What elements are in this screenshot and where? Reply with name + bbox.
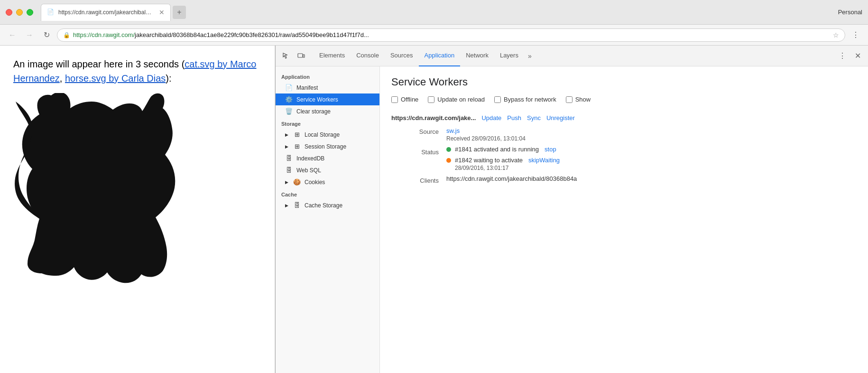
push-link[interactable]: Push <box>507 114 521 121</box>
inspect-element-button[interactable] <box>279 49 293 63</box>
tab-favicon-icon: 📄 <box>47 9 55 16</box>
page-left: An image will appear here in 3 seconds (… <box>0 46 275 373</box>
more-tabs-button[interactable]: » <box>524 52 536 60</box>
status-dot-green <box>446 147 451 152</box>
traffic-lights <box>6 9 33 16</box>
update-on-reload-checkbox-label[interactable]: Update on reload <box>428 96 485 103</box>
page-text-before: An image will appear here in 3 seconds ( <box>13 59 185 69</box>
browser-tab[interactable]: 📄 https://cdn.rawgit.com/jakearchibald/8… <box>41 4 171 21</box>
main-title: Service Workers <box>391 76 857 88</box>
unregister-link[interactable]: Unregister <box>546 114 575 121</box>
sidebar-item-local-storage[interactable]: ▶ ⊞ Local Storage <box>276 129 379 140</box>
indexeddb-icon: 🗄 <box>285 155 293 162</box>
cache-storage-label: Cache Storage <box>305 202 342 209</box>
url-display-text: https://cdn.rawgit.com/jakearchibald/803… <box>73 31 830 38</box>
source-file-link[interactable]: sw.js <box>446 127 460 134</box>
skip-waiting-link[interactable]: skipWaiting <box>528 157 560 164</box>
maximize-button[interactable] <box>27 9 33 16</box>
tab-application[interactable]: Application <box>419 46 461 66</box>
update-on-reload-checkbox[interactable] <box>428 96 434 103</box>
sidebar-item-web-sql[interactable]: 🗄 Web SQL <box>276 164 379 176</box>
status-text-1842: #1842 waiting to activate <box>455 157 523 164</box>
status-label: Status <box>395 146 443 171</box>
tab-sources[interactable]: Sources <box>385 46 419 66</box>
stop-link[interactable]: stop <box>545 146 556 153</box>
sidebar-item-clear-storage[interactable]: 🗑️ Clear storage <box>276 105 379 117</box>
status-value: #1841 activated and is running stop #184… <box>446 146 857 171</box>
new-tab-button[interactable]: + <box>173 6 186 19</box>
indexeddb-label: IndexedDB <box>296 155 324 162</box>
service-workers-icon: ⚙️ <box>285 96 293 103</box>
show-label: Show <box>575 96 591 103</box>
cache-storage-icon: 🗄 <box>293 202 301 209</box>
local-storage-expand-icon: ▶ <box>285 132 288 137</box>
devtools-body: Application 📄 Manifest ⚙️ Service Worker… <box>276 66 868 373</box>
update-link[interactable]: Update <box>481 114 501 121</box>
cookies-expand-icon: ▶ <box>285 180 288 185</box>
sidebar-item-cookies[interactable]: ▶ 🍪 Cookies <box>276 176 379 188</box>
status-dot-orange <box>446 158 451 163</box>
sync-link[interactable]: Sync <box>527 114 541 121</box>
forward-button[interactable]: → <box>23 28 36 42</box>
sidebar-item-service-workers[interactable]: ⚙️ Service Workers <box>276 93 379 105</box>
local-storage-label: Local Storage <box>305 131 340 138</box>
sidebar-item-manifest[interactable]: 📄 Manifest <box>276 82 379 93</box>
bypass-for-network-checkbox[interactable] <box>494 96 501 103</box>
devtools-toolbar: Elements Console Sources Application Net… <box>276 46 868 66</box>
tab-elements[interactable]: Elements <box>314 46 351 66</box>
bypass-for-network-checkbox-label[interactable]: Bypass for network <box>494 96 556 103</box>
secure-icon: 🔒 <box>63 32 70 38</box>
offline-checkbox[interactable] <box>391 96 398 103</box>
sidebar-item-session-storage[interactable]: ▶ ⊞ Session Storage <box>276 140 379 152</box>
title-bar: 📄 https://cdn.rawgit.com/jakearchibald/8… <box>0 0 868 25</box>
received-timestamp: Received 28/09/2016, 13:01:04 <box>446 135 857 142</box>
url-bar[interactable]: 🔒 https://cdn.rawgit.com/jakearchibald/8… <box>57 28 845 42</box>
page-content: An image will appear here in 3 seconds (… <box>0 46 868 373</box>
back-button[interactable]: ← <box>6 28 19 42</box>
tab-url-text: https://cdn.rawgit.com/jakearchibald/803… <box>58 9 153 16</box>
show-checkbox[interactable] <box>566 96 573 103</box>
devtools-panel: Elements Console Sources Application Net… <box>275 46 868 373</box>
bookmark-icon[interactable]: ☆ <box>833 31 839 39</box>
tab-network[interactable]: Network <box>460 46 494 66</box>
devtools-main: Service Workers Offline Update on reload <box>380 66 868 373</box>
browser-window: 📄 https://cdn.rawgit.com/jakearchibald/8… <box>0 0 868 373</box>
bypass-for-network-label: Bypass for network <box>504 96 556 103</box>
source-label: Source <box>395 127 443 142</box>
offline-checkbox-label[interactable]: Offline <box>391 96 418 103</box>
cookies-icon: 🍪 <box>293 178 301 186</box>
tab-close-icon[interactable]: ✕ <box>159 9 165 16</box>
status-text-1841: #1841 activated and is running <box>455 146 539 153</box>
horse-svg-link[interactable]: horse.svg by Carla Dias <box>65 73 166 84</box>
minimize-button[interactable] <box>16 9 23 16</box>
svg-rect-1 <box>303 55 305 57</box>
page-text: An image will appear here in 3 seconds (… <box>13 57 261 85</box>
worker-url-text: https://cdn.rawgit.com/jake... <box>391 114 476 121</box>
offline-label: Offline <box>401 96 418 103</box>
clients-label: Clients <box>395 175 443 184</box>
devtools-close-button[interactable]: ✕ <box>851 49 864 63</box>
tab-console[interactable]: Console <box>351 46 385 66</box>
session-storage-expand-icon: ▶ <box>285 144 288 149</box>
show-checkbox-label[interactable]: Show <box>566 96 591 103</box>
reload-button[interactable]: ↻ <box>40 28 53 42</box>
section-label-cache: Cache <box>276 188 379 199</box>
menu-button[interactable]: ⋮ <box>849 28 862 42</box>
sidebar-item-indexeddb[interactable]: 🗄 IndexedDB <box>276 152 379 164</box>
worker-url-row: https://cdn.rawgit.com/jake... Update Pu… <box>391 114 857 121</box>
devtools-actions: ⋮ ✕ <box>836 49 864 63</box>
devtools-menu-button[interactable]: ⋮ <box>836 49 849 63</box>
update-on-reload-label: Update on reload <box>437 96 485 103</box>
session-storage-label: Session Storage <box>305 143 346 150</box>
service-workers-label: Service Workers <box>296 96 338 103</box>
device-mode-button[interactable] <box>295 49 308 63</box>
status-entry-1842: #1842 waiting to activate skipWaiting <box>446 157 560 164</box>
clear-storage-label: Clear storage <box>296 108 331 115</box>
tab-layers[interactable]: Layers <box>494 46 524 66</box>
cat-svg-image <box>13 93 222 292</box>
session-storage-icon: ⊞ <box>293 143 301 150</box>
close-button[interactable] <box>6 9 12 16</box>
sidebar-item-cache-storage[interactable]: ▶ 🗄 Cache Storage <box>276 199 379 211</box>
page-text-sep: , <box>60 73 65 84</box>
status-group-1842: #1842 waiting to activate skipWaiting 28… <box>446 157 560 171</box>
